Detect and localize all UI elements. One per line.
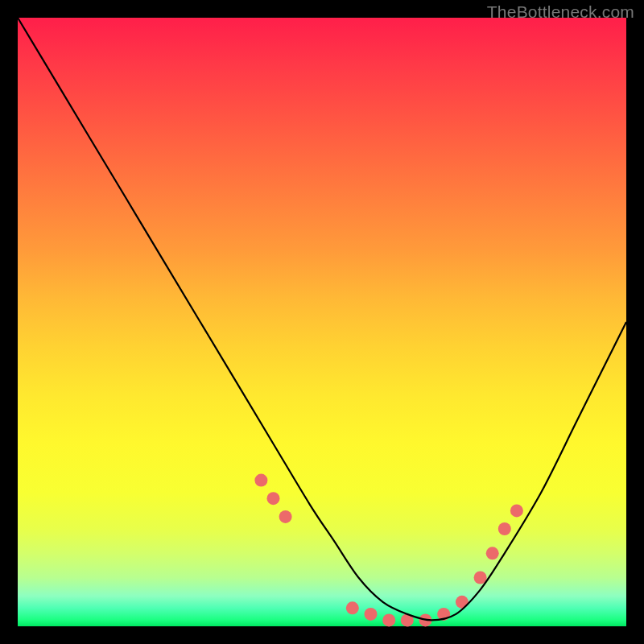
highlight-dot [267,492,280,505]
marker-group [254,474,523,627]
highlight-dot [382,613,395,626]
highlight-dot [510,504,523,517]
highlight-dot [279,510,292,523]
highlight-dot [486,547,499,559]
watermark-text: TheBottleneck.com [487,2,634,22]
bottleneck-curve-path [18,18,626,620]
bottleneck-curve-svg [0,0,644,644]
highlight-dot [474,572,487,584]
highlight-dot [346,601,359,614]
highlight-dot [254,474,267,487]
chart-frame: TheBottleneck.com [0,0,644,644]
highlight-dot [365,608,378,621]
highlight-dot [498,522,511,535]
